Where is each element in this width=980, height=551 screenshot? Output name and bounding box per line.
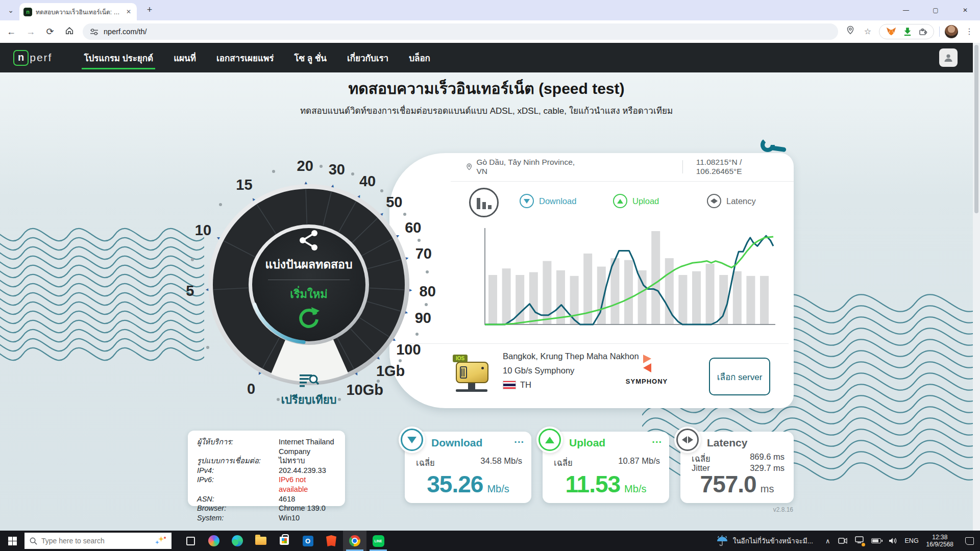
battery-icon[interactable] [871, 538, 881, 543]
restart-refresh-icon[interactable] [296, 305, 322, 331]
compare-label: เปรียบเทียบ [258, 391, 360, 409]
nav-label: แผนที่ [174, 51, 196, 65]
reload-button[interactable]: ⟳ [42, 26, 58, 37]
isp-row-label: Browser: [197, 504, 279, 513]
nperf-logo[interactable]: n perf [13, 50, 52, 66]
server-body-icon [456, 362, 488, 383]
gauge-tick-icon: ▲ [356, 193, 362, 199]
download-card-title: Download [431, 437, 482, 449]
gauge-tick-icon: ▲ [395, 233, 402, 239]
nav-item-blog[interactable]: บล็อก [409, 43, 430, 72]
latency-unit: ms [761, 483, 774, 494]
taskbar-line-button[interactable]: LINE [366, 531, 390, 551]
bar-chart-icon [477, 198, 480, 209]
site-settings-icon[interactable] [90, 28, 99, 36]
download-card-menu[interactable]: ... [514, 434, 524, 445]
language-indicator[interactable]: ENG [905, 537, 919, 544]
close-button[interactable]: ✕ [950, 0, 980, 20]
page-title: ทดสอบความเร็วอินเทอร์เน็ต (speed test) [0, 77, 973, 101]
nav-label: เกี่ยวกับเรา [347, 51, 388, 65]
server-row: IOS Bangkok, Krung Thep Maha Nakhon 10 G… [450, 349, 779, 405]
extensions-puzzle-icon[interactable] [918, 27, 927, 36]
account-button[interactable] [939, 48, 958, 67]
minimize-button[interactable]: — [891, 0, 921, 20]
meet-now-icon[interactable] [838, 537, 847, 544]
gauge-tick-icon: ▲ [204, 288, 209, 292]
action-center-button[interactable] [965, 537, 974, 545]
new-tab-button[interactable]: + [143, 5, 156, 15]
legend-download-label: Download [539, 196, 576, 206]
nav-item-publications[interactable]: เอกสารเผยแพร่ [216, 43, 274, 72]
bookmark-star-button[interactable]: ☆ [862, 26, 874, 38]
scrollbar-thumb[interactable] [974, 45, 978, 213]
server-stand-icon [468, 383, 475, 389]
upload-card-menu[interactable]: ... [652, 434, 662, 445]
toolbar-divider [939, 27, 940, 37]
start-button[interactable] [0, 531, 24, 551]
brave-icon [326, 535, 336, 546]
tab-close-icon[interactable]: ✕ [125, 8, 133, 15]
choose-server-button[interactable]: เลือก server [709, 358, 770, 395]
taskbar-copilot-button[interactable] [202, 531, 226, 551]
task-view-icon [186, 537, 195, 545]
latency-result-card: Latency เฉลี่ย 869.6 ms Jitter 329.7 ms … [680, 432, 794, 503]
taskbar-store-button[interactable] [273, 531, 296, 551]
chart-type-button[interactable] [469, 188, 499, 217]
chart-wrap [481, 226, 776, 328]
taskbar-clock[interactable]: 12:38 16/9/2568 [926, 534, 953, 548]
location-pin-button[interactable] [844, 26, 856, 38]
window-controls: — ▢ ✕ [891, 0, 980, 20]
download-value: 35.26Mb/s [405, 470, 531, 498]
upload-result-icon [536, 427, 563, 453]
page-scrollbar[interactable] [973, 43, 980, 531]
gauge-scale-label: 100 [396, 341, 421, 358]
nav-item-solutions[interactable]: โซ ลู ชั่น [294, 43, 327, 72]
taskbar-brave-button[interactable] [320, 531, 343, 551]
home-button[interactable] [61, 26, 78, 38]
browser-tabstrip: ⌄ n ทดสอบความเร็วอินเทอร์เน็ต: ทดสอบ ✕ +… [0, 0, 980, 20]
share-icon[interactable] [298, 230, 320, 251]
edge-icon [232, 535, 243, 546]
gauge-dot [380, 189, 383, 192]
upload-card-title: Upload [569, 437, 605, 449]
address-bar[interactable]: nperf.com/th/ [83, 23, 838, 40]
legend-latency-toggle[interactable]: Latency [707, 194, 756, 208]
taskbar-edge-button[interactable] [226, 531, 249, 551]
isp-row-value: Win10 [279, 513, 336, 523]
profile-avatar[interactable] [945, 25, 958, 38]
nav-item-applications[interactable]: โปรแกรม ประยุกต์ [84, 43, 153, 72]
maximize-button[interactable]: ▢ [921, 0, 950, 20]
nav-label: เอกสารเผยแพร่ [216, 51, 274, 65]
taskbar-chrome-button[interactable] [343, 531, 366, 551]
legend-upload-toggle[interactable]: Upload [613, 194, 659, 208]
compare-button[interactable]: เปรียบเทียบ [258, 373, 360, 409]
isp-row-value: Internet Thailand Company [279, 437, 336, 456]
taskbar-file-explorer-button[interactable] [249, 531, 273, 551]
browser-menu-button[interactable]: ⋮ [963, 26, 975, 38]
map-pin-icon [466, 162, 472, 171]
logo-n-mark: n [13, 50, 29, 66]
panel-divider [410, 343, 789, 344]
tab-search-button[interactable]: ⌄ [4, 4, 17, 17]
share-results-button[interactable]: แบ่งปันผลทดสอบ [253, 255, 365, 273]
back-button[interactable]: ← [3, 27, 19, 37]
restart-button[interactable]: เริ่มใหม่ [253, 285, 365, 303]
display-share-button[interactable] [855, 536, 864, 545]
browser-tab[interactable]: n ทดสอบความเร็วอินเทอร์เน็ต: ทดสอบ ✕ [19, 3, 137, 20]
weather-widget[interactable]: ในอีกไม่กี่วันข้างหน้าจะมี... [716, 535, 813, 546]
nav-item-map[interactable]: แผนที่ [174, 43, 196, 72]
url-text[interactable]: nperf.com/th/ [104, 28, 147, 36]
forward-button[interactable]: → [22, 27, 39, 37]
nav-item-about[interactable]: เกี่ยวกับเรา [347, 43, 388, 72]
isp-row: Browser:Chrome 139.0 [197, 504, 336, 513]
task-view-button[interactable] [179, 531, 202, 551]
isp-row-label: IPv4: [197, 466, 279, 475]
taskbar-search[interactable] [24, 533, 172, 549]
download-arrow-icon[interactable] [903, 27, 912, 36]
metamask-icon[interactable] [886, 27, 897, 37]
search-input[interactable] [41, 537, 151, 545]
tray-chevron-button[interactable]: ∧ [825, 537, 830, 545]
volume-icon[interactable] [889, 537, 897, 544]
legend-download-toggle[interactable]: Download [520, 194, 576, 208]
taskbar-outlook-button[interactable]: O [296, 531, 320, 551]
